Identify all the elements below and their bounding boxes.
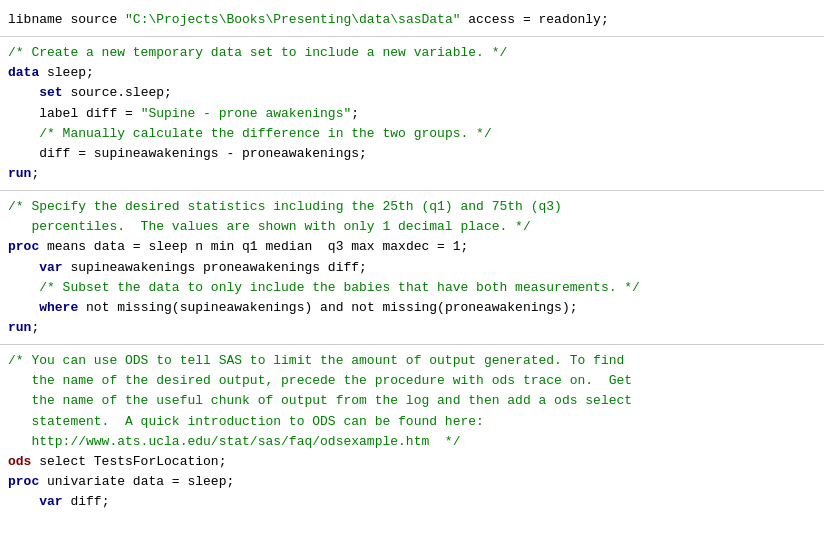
line-run-3: run; (8, 532, 816, 537)
line-label: label diff = "Supine - prone awakenings"… (8, 104, 816, 124)
line-var-diff: var diff; (8, 492, 816, 512)
line-comment-5a: /* You can use ODS to tell SAS to limit … (8, 351, 816, 371)
line-proc-means: proc means data = sleep n min q1 median … (8, 237, 816, 257)
line-ods-select: ods select TestsForLocation; (8, 452, 816, 472)
line-comment-5b: the name of the desired output, precede … (8, 371, 816, 391)
line-data-sleep: data sleep; (8, 63, 816, 83)
line-set: set source.sleep; (8, 83, 816, 103)
line-comment-4: /* Subset the data to only include the b… (8, 278, 816, 298)
line-comment-5d: statement. A quick introduction to ODS c… (8, 412, 816, 432)
code-block-1: libname source "C:\Projects\Books\Presen… (0, 4, 824, 37)
code-block-2: /* Create a new temporary data set to in… (0, 37, 824, 191)
line-comment-3b: percentiles. The values are shown with o… (8, 217, 816, 237)
line-comment-1: /* Create a new temporary data set to in… (8, 43, 816, 63)
line-diff-calc: diff = supineawakenings - proneawakening… (8, 144, 816, 164)
line-run-2: run; (8, 318, 816, 338)
line-proc-univariate: proc univariate data = sleep; (8, 472, 816, 492)
line-comment-5e: http://www.ats.ucla.edu/stat/sas/faq/ods… (8, 432, 816, 452)
line-libname: libname source "C:\Projects\Books\Presen… (8, 10, 816, 30)
line-comment-2: /* Manually calculate the difference in … (8, 124, 816, 144)
line-run-1: run; (8, 164, 816, 184)
code-block-3: /* Specify the desired statistics includ… (0, 191, 824, 345)
line-comment-3a: /* Specify the desired statistics includ… (8, 197, 816, 217)
line-where: where not missing(supineawakenings) and … (8, 298, 816, 318)
line-empty (8, 512, 816, 532)
line-comment-5c: the name of the useful chunk of output f… (8, 391, 816, 411)
line-var: var supineawakenings proneawakenings dif… (8, 258, 816, 278)
code-container: libname source "C:\Projects\Books\Presen… (0, 0, 824, 537)
code-block-4: /* You can use ODS to tell SAS to limit … (0, 345, 824, 537)
